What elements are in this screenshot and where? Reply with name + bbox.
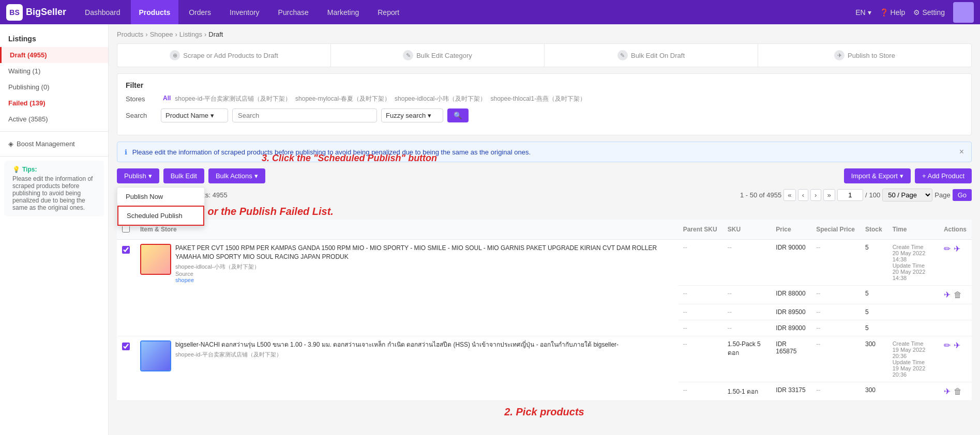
- row2-item-content: bigseller-NACHI ดอกสว่านรุ่น L500 ขนาด 1…: [140, 340, 673, 371]
- row1-product-store: shopee-idlocal-小玮（及时下架）: [175, 263, 673, 271]
- row1-sub4-price: IDR 89000: [771, 320, 811, 336]
- help-link[interactable]: ❓ Help: [880, 8, 906, 17]
- row1-sub2-delete-icon[interactable]: 🗑: [954, 290, 962, 300]
- nav-orders[interactable]: Orders: [180, 0, 219, 24]
- alert-close-button[interactable]: ×: [959, 147, 964, 157]
- row1-sub4-sku: --: [722, 320, 771, 336]
- alert-text: ℹ Please edit the information of scraped…: [125, 148, 531, 156]
- language-selector[interactable]: EN ▾: [855, 8, 871, 17]
- row1-sub1-time: Create Time 20 May 2022 14:38 Update Tim…: [887, 240, 939, 286]
- sidebar-section-title: Listings: [0, 30, 108, 47]
- step-3-num: ✎: [617, 50, 628, 60]
- row1-sub2-publish-icon[interactable]: ✈: [944, 290, 951, 300]
- row2-sub2-action-icons: ✈ 🗑: [944, 386, 967, 396]
- next-page-button[interactable]: ›: [810, 189, 821, 201]
- row1-checkbox[interactable]: [122, 246, 130, 254]
- nav-marketing[interactable]: Marketing: [319, 0, 367, 24]
- row1-sub3-actions: [939, 304, 972, 320]
- prev-page-button[interactable]: ‹: [798, 189, 808, 201]
- row2-product-image: [140, 340, 171, 371]
- nav-dashboard[interactable]: Dashboard: [77, 0, 129, 24]
- step-1[interactable]: ⊕ Scrape or Add Products to Draft: [117, 44, 331, 67]
- store-all[interactable]: All: [163, 95, 171, 103]
- go-button[interactable]: Go: [953, 189, 972, 201]
- bulk-edit-button[interactable]: Bulk Edit: [163, 168, 204, 183]
- scheduled-publish-option[interactable]: Scheduled Publish: [117, 206, 204, 226]
- nav-purchase[interactable]: Purchase: [270, 0, 317, 24]
- publish-button[interactable]: Publish ▾: [117, 168, 159, 183]
- table-body: PAKET PER CVT 1500 RPM PER KAMPAS GANDA …: [117, 240, 972, 401]
- row1-product-image: [140, 244, 171, 275]
- step-4[interactable]: ✈ Publish to Store: [758, 44, 971, 67]
- col-special-price: Special Price: [811, 220, 860, 240]
- store-2[interactable]: shopee-mylocal-春夏（及时下架）: [295, 95, 390, 103]
- import-export-button[interactable]: Import & Export ▾: [844, 168, 911, 183]
- row1-sub3-price: IDR 89500: [771, 304, 811, 320]
- row1-item-cell: PAKET PER CVT 1500 RPM PER KAMPAS GANDA …: [135, 240, 678, 336]
- avatar[interactable]: [953, 2, 974, 23]
- search-row: Search Product Name ▾ Fuzzy search ▾ 🔍: [126, 108, 963, 122]
- settings-link[interactable]: ⚙ Setting: [913, 8, 945, 17]
- page-input[interactable]: [837, 189, 863, 201]
- search-button[interactable]: 🔍: [447, 108, 469, 122]
- sidebar-item-failed[interactable]: Failed (139): [0, 95, 108, 111]
- sidebar-divider-2: [0, 156, 108, 157]
- nav-report[interactable]: Report: [369, 0, 408, 24]
- per-page-select[interactable]: 50 / Page 100 / Page: [882, 189, 932, 201]
- sidebar-item-publishing[interactable]: Publishing (0): [0, 79, 108, 95]
- row2-edit-icon[interactable]: ✏: [944, 340, 951, 350]
- row2-product-title[interactable]: bigseller-NACHI ดอกสว่านรุ่น L500 ขนาด 1…: [175, 340, 619, 349]
- row1-product-title[interactable]: PAKET PER CVT 1500 RPM PER KAMPAS GANDA …: [175, 244, 673, 261]
- search-input[interactable]: [232, 108, 377, 122]
- bulk-actions-button[interactable]: Bulk Actions ▾: [208, 168, 265, 183]
- row2-create-date: 19 May 2022 20:36: [893, 347, 933, 359]
- row2-sub2-delete-icon[interactable]: 🗑: [954, 387, 962, 396]
- row1-sub1-parent-sku: --: [678, 240, 722, 286]
- row2-sub1-special-price: --: [811, 336, 860, 382]
- info-icon: ℹ: [125, 148, 127, 156]
- row2-sub2-publish-icon[interactable]: ✈: [944, 386, 951, 396]
- sidebar-item-draft[interactable]: Draft (4955): [0, 47, 108, 63]
- sidebar-item-active[interactable]: Active (3585): [0, 111, 108, 127]
- store-4[interactable]: shopee-thlocal1-燕燕（及时下架）: [490, 95, 586, 103]
- row2-action-icons: ✏ ✈: [944, 340, 967, 350]
- nav-products[interactable]: Products: [131, 0, 179, 24]
- add-product-button[interactable]: + Add Product: [915, 168, 972, 183]
- sidebar-item-waiting[interactable]: Waiting (1): [0, 63, 108, 79]
- first-page-button[interactable]: «: [783, 189, 795, 201]
- row2-create-time: Create Time: [893, 340, 933, 347]
- row1-create-time: Create Time: [893, 244, 933, 250]
- row1-sub4-actions: [939, 320, 972, 336]
- row1-publish-icon[interactable]: ✈: [954, 244, 960, 254]
- row1-source-link[interactable]: shopee: [175, 277, 194, 283]
- row2-checkbox[interactable]: [122, 343, 130, 350]
- publish-dropdown-container: Publish ▾ Publish Now Scheduled Publish: [117, 168, 159, 183]
- breadcrumb-products[interactable]: Products: [117, 30, 143, 38]
- col-item-store: Item & Store: [135, 220, 678, 240]
- breadcrumb-listings[interactable]: Listings: [179, 30, 202, 38]
- nav-inventory[interactable]: Inventory: [221, 0, 268, 24]
- publish-now-option[interactable]: Publish Now: [117, 188, 204, 206]
- breadcrumb-shopee[interactable]: Shopee: [150, 30, 173, 38]
- step-2-label: Bulk Edit Category: [416, 52, 472, 59]
- last-page-button[interactable]: »: [823, 189, 835, 201]
- step-2[interactable]: ✎ Bulk Edit Category: [331, 44, 545, 67]
- row2-sub2-actions: ✈ 🗑: [939, 382, 972, 401]
- row1-create-date: 20 May 2022 14:38: [893, 250, 933, 262]
- search-icon: 🔍: [454, 112, 462, 119]
- fuzzy-search-select[interactable]: Fuzzy search ▾: [381, 108, 443, 122]
- step-3[interactable]: ✎ Bulk Edit On Draft: [545, 44, 758, 67]
- app-logo[interactable]: BS BigSeller: [6, 4, 66, 21]
- sidebar-divider: [0, 131, 108, 132]
- boost-management[interactable]: ◈ Boost Management: [0, 136, 108, 152]
- row1-edit-icon[interactable]: ✏: [944, 244, 951, 254]
- row2-sub1-price: IDR 165875: [771, 336, 811, 382]
- row1-sub1-sku: --: [722, 240, 771, 286]
- store-3[interactable]: shopee-idlocal-小玮（及时下架）: [395, 95, 486, 103]
- store-1[interactable]: shopee-id-平台卖家测试店铺（及时下架）: [175, 95, 291, 103]
- row2-publish-icon[interactable]: ✈: [954, 340, 960, 350]
- filter-label: Filter: [126, 81, 143, 89]
- store-links: All shopee-id-平台卖家测试店铺（及时下架） shopee-mylo…: [163, 95, 586, 103]
- search-field-select[interactable]: Product Name ▾: [161, 108, 228, 122]
- col-stock: Stock: [860, 220, 887, 240]
